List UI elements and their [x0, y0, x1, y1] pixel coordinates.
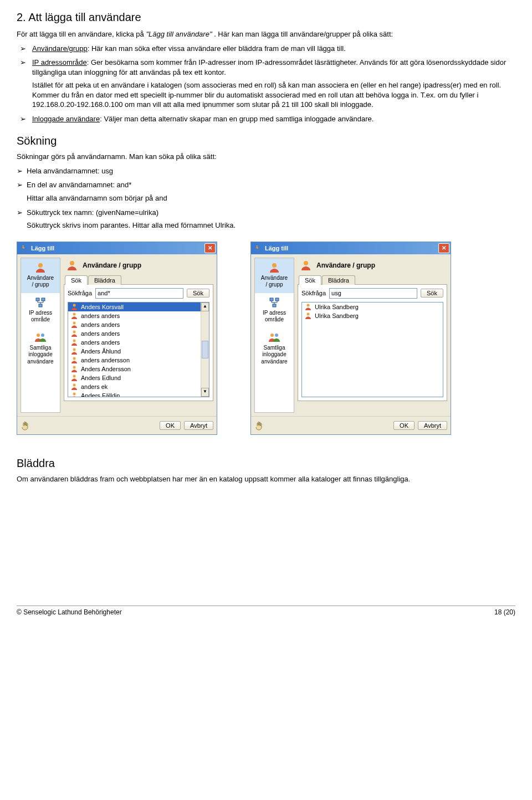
dialog-footer: OK Avbryt	[251, 416, 451, 434]
search-label: Sökfråga	[68, 290, 92, 296]
result-scrollbar[interactable]: ▲ ▼	[201, 302, 209, 397]
sidebar-label: inloggade	[256, 351, 293, 358]
svg-point-26	[307, 312, 310, 315]
result-row[interactable]: anders anders	[68, 311, 209, 320]
tab-search[interactable]: Sök	[299, 275, 321, 285]
users-icon	[34, 331, 47, 343]
sidebar-item-user-group[interactable]: Användare / grupp	[21, 258, 60, 293]
result-row[interactable]: anders anders	[68, 329, 209, 338]
sidebar-label: Användare	[22, 275, 59, 282]
scroll-thumb[interactable]	[202, 341, 208, 358]
result-name: Anders Åhlund	[81, 348, 121, 355]
ways-list: Användare/grupp: Här kan man söka efter …	[17, 44, 515, 124]
result-row[interactable]: anders anders	[68, 320, 209, 329]
browse-paragraph: Om användaren bläddras fram och webbplat…	[17, 474, 515, 484]
sidebar-label: IP adress	[22, 310, 59, 317]
close-button[interactable]: ✕	[438, 243, 449, 253]
svg-point-5	[41, 334, 44, 337]
ways-list-item: Inloggade användare: Väljer man detta al…	[32, 114, 515, 124]
result-row[interactable]: Ulrika Sandberg	[302, 311, 443, 320]
dialog-sidebar: Användare / grupp IP adress område Samtl…	[254, 258, 294, 413]
user-icon	[70, 383, 78, 391]
sidebar-label: användare	[22, 358, 59, 366]
search-variant-sub: Sökuttryck skrivs inom parantes. Hittar …	[27, 220, 515, 230]
search-results[interactable]: Ulrika SandbergUlrika Sandberg	[301, 302, 443, 397]
user-icon	[70, 312, 78, 320]
tab-browse[interactable]: Bläddra	[322, 275, 355, 285]
search-panel: Sökfråga Sök ▲ ▼ Anders Korsvallanders a…	[64, 284, 213, 401]
search-results[interactable]: ▲ ▼ Anders Korsvallanders andersanders a…	[68, 302, 209, 397]
result-row[interactable]: Anders Korsvall	[68, 302, 209, 311]
scroll-up-button[interactable]: ▲	[201, 302, 209, 311]
hand-icon	[254, 420, 265, 431]
ok-button[interactable]: OK	[160, 421, 181, 430]
result-row[interactable]: Anders Andersson	[68, 365, 209, 373]
ways-item-rest: : Väljer man detta alternativ skapar man…	[100, 115, 374, 123]
ways-list-item: Användare/grupp: Här kan man söka efter …	[32, 44, 515, 54]
cancel-button[interactable]: Avbryt	[184, 421, 213, 430]
result-row[interactable]: Anders Fälldin	[68, 391, 209, 397]
panel-header-text: Användare / grupp	[316, 261, 375, 269]
dialog-sidebar: Användare / grupp IP adress område Samtl…	[21, 258, 60, 413]
close-icon: ✕	[208, 245, 212, 251]
screenshot-row: Lägg till ✕ Användare / grupp	[17, 242, 515, 435]
java-icon	[21, 244, 28, 252]
close-icon: ✕	[442, 245, 446, 251]
svg-point-18	[272, 263, 277, 268]
sidebar-label: / grupp	[22, 281, 59, 289]
ok-button[interactable]: OK	[393, 421, 415, 430]
search-button[interactable]: Sök	[421, 289, 443, 298]
intro-after: . Här kan man lägga till användare/grupp…	[214, 30, 393, 38]
java-icon	[254, 244, 262, 252]
search-input[interactable]	[95, 288, 183, 299]
search-input[interactable]	[329, 288, 417, 299]
svg-point-25	[307, 304, 310, 306]
search-label: Sökfråga	[301, 290, 326, 296]
search-panel: Sökfråga Sök Ulrika SandbergUlrika Sandb…	[298, 284, 447, 401]
svg-point-17	[73, 392, 76, 395]
user-icon	[70, 365, 78, 373]
user-icon	[70, 339, 78, 346]
result-name: Ulrika Sandberg	[315, 312, 359, 319]
result-row[interactable]: anders ek	[68, 382, 209, 391]
ways-list-item: IP adressområde: Ger besökarna som komme…	[32, 58, 515, 110]
result-name: anders anders	[81, 321, 120, 328]
panel-header-text: Användare / grupp	[83, 261, 141, 269]
search-intro: Sökningar görs på användarnamn. Man kan …	[17, 152, 515, 162]
user-icon	[70, 330, 78, 337]
ways-item-label: Användare/grupp	[32, 44, 88, 53]
result-row[interactable]: anders anders	[68, 338, 209, 347]
sidebar-item-loggedin[interactable]: Samtliga inloggade användare	[255, 328, 294, 370]
user-icon	[268, 261, 280, 274]
section-heading-browse: Bläddra	[17, 457, 515, 470]
svg-rect-1	[36, 298, 39, 301]
intro-before: För att lägga till en användare, klicka …	[17, 30, 146, 38]
result-name: Anders Fälldin	[81, 392, 120, 397]
svg-point-22	[270, 334, 274, 337]
add-dialog-left: Lägg till ✕ Användare / grupp	[17, 242, 217, 435]
svg-rect-3	[39, 304, 42, 307]
svg-point-6	[70, 261, 74, 265]
close-button[interactable]: ✕	[204, 243, 216, 253]
user-icon	[70, 356, 78, 364]
sidebar-item-user-group[interactable]: Användare / grupp	[255, 258, 294, 293]
result-row[interactable]: Anders Åhlund	[68, 347, 209, 356]
result-row[interactable]: Anders Edlund	[68, 373, 209, 382]
tab-browse[interactable]: Bläddra	[88, 275, 121, 285]
search-button[interactable]: Sök	[187, 289, 209, 298]
result-row[interactable]: Ulrika Sandberg	[302, 302, 443, 311]
result-row[interactable]: anders andersson	[68, 356, 209, 365]
sidebar-item-ip[interactable]: IP adress område	[255, 293, 294, 328]
scroll-down-button[interactable]: ▼	[201, 388, 209, 397]
cancel-button[interactable]: Avbryt	[418, 421, 447, 430]
svg-point-24	[304, 261, 308, 265]
search-variant-item: Hela användarnamnet: usg	[27, 166, 515, 176]
user-icon	[300, 259, 312, 271]
sidebar-label: område	[22, 316, 59, 324]
sidebar-item-loggedin[interactable]: Samtliga inloggade användare	[21, 328, 60, 370]
tab-search[interactable]: Sök	[65, 275, 88, 285]
sidebar-item-ip[interactable]: IP adress område	[21, 293, 60, 328]
tab-strip: Sök Bläddra	[65, 275, 213, 284]
sidebar-label: Användare	[256, 275, 293, 282]
sidebar-label: / grupp	[256, 281, 293, 289]
